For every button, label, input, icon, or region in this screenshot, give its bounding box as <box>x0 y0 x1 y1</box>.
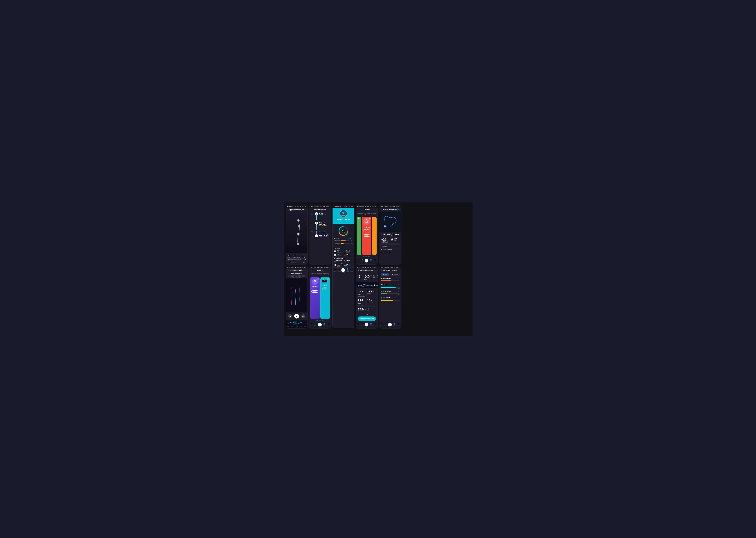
skipos-val-row: 34 <box>381 294 400 295</box>
training-card-5-orange[interactable]: 6. <box>372 217 376 255</box>
battery-7: ⊟ 22% <box>326 267 330 268</box>
carrier-2: ●●●● VIRGIN ▲ <box>310 206 319 207</box>
phone-5-header: ← Training <box>356 208 378 212</box>
fast-forward-button[interactable]: ⏭ <box>301 314 305 318</box>
piste-toggle[interactable]: 🎿 Piste <box>381 273 389 276</box>
nav-profile-7[interactable]: 👤 Profile <box>322 323 326 328</box>
back-button-5[interactable]: ← <box>357 209 359 211</box>
personal-stat-balance: ⚖ Balance ∨ 80 <box>381 284 400 289</box>
nav-record-7[interactable]: Record <box>318 323 322 328</box>
nav-profile-8[interactable]: 👤 Profile <box>369 323 373 328</box>
training-card-7-1[interactable]: ℹ Beginners Turning Snowplough Select <box>310 277 320 319</box>
offpiste-toggle[interactable]: 🏔 Off piste <box>391 273 400 276</box>
timeline-time-4: 01:30 <box>310 236 314 237</box>
stat-label-perf: Performance <box>334 240 341 241</box>
nav-settings-5[interactable]: ⚙ Settings <box>373 259 377 264</box>
time-1: 4:21 PM <box>297 206 301 207</box>
perf-stat-time: ⏱ 01:23:34 Total time <box>381 233 391 237</box>
nav-settings-8[interactable]: ⚙ Settings <box>373 323 377 328</box>
training-card-5-green[interactable]: ℹ <box>357 217 361 255</box>
balance-chevron: ∨ <box>399 284 400 286</box>
dots-8 <box>356 313 378 315</box>
all-stats-link[interactable]: ≡ All stats › <box>379 244 401 248</box>
nav-settings-3[interactable]: ⚙ Settings <box>350 268 354 273</box>
finish-session-button[interactable]: Finish your session <box>357 316 376 321</box>
nav-record-label-10: Record <box>389 327 391 328</box>
personal-stat-upper-header[interactable]: 👤 Upper body ∨ <box>381 296 400 299</box>
back-button-1[interactable]: ← <box>288 209 289 211</box>
play-button[interactable]: ▶ <box>294 314 299 318</box>
card-info-7-1[interactable]: ℹ <box>317 278 319 280</box>
nav-training-8[interactable]: ✦ Training <box>360 323 364 328</box>
turn-icon: ↩ <box>381 252 382 254</box>
stats-title: Statistics <box>334 238 340 239</box>
std-metric-icon-speed: 💨 <box>334 264 336 266</box>
nav-settings-10[interactable]: ⚙ Settings <box>396 323 401 328</box>
piste-icon: 🎿 <box>383 274 384 275</box>
session-settings-icon[interactable]: ◎ <box>374 269 376 271</box>
training-card-5-red[interactable]: ℹ 4. Advanced turning Steep Slopes · Car… <box>362 217 371 255</box>
back-button-10[interactable]: ← <box>381 269 383 271</box>
back-button-6[interactable]: ← <box>288 269 289 271</box>
nav-pastrun-7[interactable]: ≡ Past run <box>309 323 314 328</box>
session-distance-unit: KM <box>373 291 375 293</box>
highlight-gforce: 📊 4.3 Max G-Force <box>334 254 343 256</box>
nav-profile-5[interactable]: 👤 Profile <box>369 259 373 264</box>
nav-training-10[interactable]: ✦ Training <box>384 323 388 328</box>
select-btn-7-2[interactable]: Sel <box>322 288 328 290</box>
nav-record-label-3: Record <box>342 272 345 273</box>
back-button-2[interactable]: ← <box>311 209 313 211</box>
phone-5-title: Training <box>364 209 370 211</box>
activity-timeline-link[interactable]: ◈ Activity timeline › <box>379 248 401 251</box>
nav-profile-3[interactable]: 👤 Profile <box>346 268 350 273</box>
personal-stat-balance-header[interactable]: ⚖ Balance ∨ <box>381 284 400 286</box>
dot-7-2 <box>317 320 318 321</box>
select-btn-5-2[interactable]: Select <box>363 235 370 237</box>
timeline-item-1: 10:30 🚡 Chair Piste 00:30m <box>310 212 330 220</box>
turn-analysis-link[interactable]: ↩ Turn Analysis › <box>379 251 401 254</box>
training-card-7-2[interactable]: ℹ 🏔 Intern Sel <box>320 277 330 319</box>
std-metric-data-time: 01:23:34 Total time <box>337 260 342 262</box>
select-btn-7-1[interactable]: Select <box>311 291 318 293</box>
session-metric-carving-val-wrap: 00:22 s <box>358 307 366 310</box>
nav-record-8[interactable]: Record <box>364 323 369 328</box>
nav-profile-icon-3: 👤 <box>346 268 349 271</box>
nav-profile-10[interactable]: 👤 Profile <box>392 323 396 328</box>
stat-row-upperbody: Upper Body 30 <box>334 243 352 244</box>
session-timer: 01:32:57 Total time <box>356 272 378 282</box>
phone-7-header: ← Training <box>309 268 331 272</box>
metric-row-1[interactable]: Upper body lead/leg ▼ 65% <box>288 254 306 256</box>
nav-training-7[interactable]: ✦ Training <box>314 323 318 328</box>
card-info-5-1[interactable]: ℹ <box>357 217 360 219</box>
nav-pastrun-8[interactable]: ≡ Past run <box>356 323 360 328</box>
column-2: ●●●● VIRGIN ▲ 4:21 PM ⊟ 22% ← Activity t… <box>309 205 331 329</box>
session-metric-avgspeed-val-wrap: 12.3 MPH <box>358 290 366 296</box>
personal-stat-perf-header[interactable]: ⚡ Performance ∨ <box>381 277 400 280</box>
stat-num-perf: 55 <box>350 240 352 241</box>
nav-settings-7[interactable]: ⚙ Settings <box>326 323 331 328</box>
nav-training-3[interactable]: ✦ Training <box>337 268 341 273</box>
card-info-5-2[interactable]: ℹ <box>369 217 371 219</box>
avatar-img <box>340 210 347 217</box>
personal-stat-upper-title: 👤 Upper body <box>381 297 391 298</box>
back-button-7[interactable]: ← <box>311 269 313 271</box>
nav-pastrun-10[interactable]: ≡ Past run <box>380 323 384 328</box>
see-all-button[interactable]: SEE ALL <box>348 238 352 239</box>
metric-row-2[interactable]: Angle upper/lower body 67° <box>288 256 306 259</box>
nav-record-10[interactable]: Record <box>388 323 392 328</box>
rewind-button[interactable]: ⏮ <box>288 314 292 318</box>
personal-stat-skipos-header[interactable]: 🎿 Ski position ∨ <box>381 290 400 293</box>
nav-training-5[interactable]: ✦ Training <box>360 259 364 264</box>
highlight-sub-1: In/out pressure <box>337 251 343 253</box>
done-button[interactable]: Done <box>396 209 399 211</box>
timeline-sub-4: Training 00:30m <box>319 236 330 237</box>
pause-icon[interactable]: ⏸ <box>357 269 360 271</box>
metric-row-3[interactable]: Upper body follows lower 12s <box>288 259 306 261</box>
toggle-row-10: 🎿 Piste 🏔 Off piste <box>379 272 401 276</box>
nav-pastrun-3[interactable]: ≡ Past run <box>333 268 337 273</box>
nav-record-5[interactable]: Record <box>364 259 369 264</box>
session-graph <box>356 282 378 288</box>
nav-pastrun-5[interactable]: ≡ Past run <box>356 259 360 264</box>
nav-record-3[interactable]: Record <box>341 268 346 273</box>
metric-row-4[interactable]: Transition timing 34s › <box>288 261 306 263</box>
